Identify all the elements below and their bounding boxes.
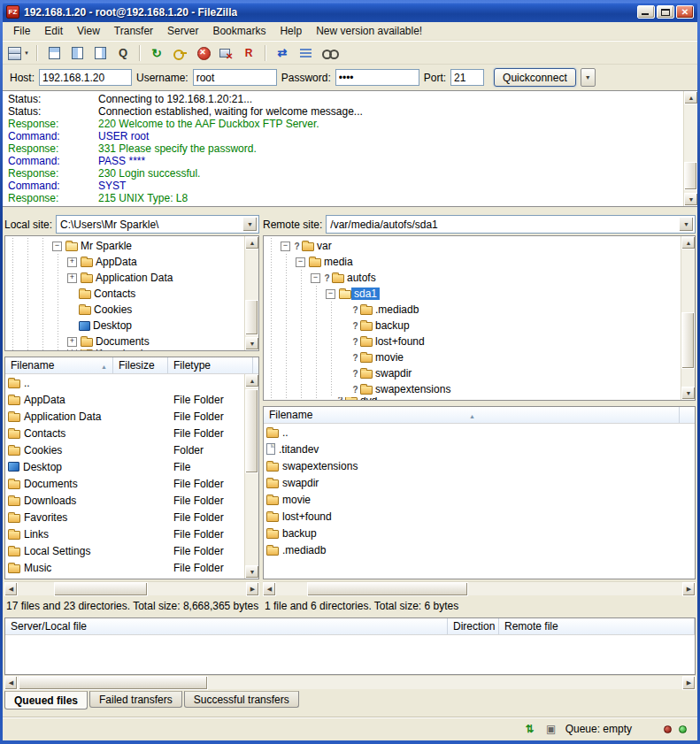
collapse-icon[interactable]: − — [296, 257, 305, 267]
local-site-combo[interactable]: C:\Users\Mr Sparkle\ — [56, 215, 259, 234]
toggle-local-tree-button[interactable] — [66, 43, 88, 63]
remote-tree-panel[interactable]: −?var−media−?autofs−sda1?.mediadb?backup… — [263, 235, 696, 401]
toggle-remote-tree-button[interactable] — [89, 43, 111, 63]
scroll-up-icon[interactable] — [245, 236, 259, 249]
file-row-parent-directory[interactable]: .. — [264, 424, 695, 441]
disconnect-button[interactable] — [215, 43, 236, 63]
file-row-links[interactable]: LinksFile Folder — [5, 525, 258, 542]
remote-tree-scrollbar-thumb[interactable] — [681, 312, 695, 369]
transfer-queue-panel[interactable]: Server/Local fileDirectionRemote file — [4, 617, 696, 675]
file-row-movie[interactable]: movie — [264, 491, 695, 508]
title-bar[interactable]: 192.168.1.20 - root@192.168.1.20 - FileZ… — [3, 2, 697, 22]
file-row-local-settings[interactable]: Local SettingsFile Folder — [5, 542, 258, 559]
close-button[interactable] — [676, 5, 694, 19]
menu-item-transfer[interactable]: Transfer — [107, 22, 160, 40]
file-row-swapdir[interactable]: swapdir — [264, 474, 695, 491]
file-row-backup[interactable]: backup — [264, 525, 695, 541]
local-file-list[interactable]: FilenameFilesizeFiletype ..AppDataFile F… — [4, 357, 259, 579]
tree-item-autofs[interactable]: −?autofs — [264, 270, 695, 286]
collapse-icon[interactable]: − — [281, 242, 290, 251]
scroll-down-icon[interactable] — [684, 193, 697, 206]
remote-hscrollbar[interactable] — [263, 581, 696, 595]
scroll-down-icon[interactable] — [245, 565, 259, 579]
local-list-scrollbar[interactable] — [244, 374, 258, 579]
tab-failed-transfers[interactable]: Failed transfers — [89, 691, 182, 708]
scroll-left-icon[interactable] — [263, 582, 276, 596]
column-header-filesize[interactable]: Filesize — [113, 357, 168, 373]
tree-item-swapdir[interactable]: ?swapdir — [264, 365, 695, 381]
scroll-right-icon[interactable] — [682, 676, 696, 690]
file-row-favorites[interactable]: FavoritesFile Folder — [5, 509, 258, 525]
password-input[interactable] — [335, 69, 419, 86]
directory-comparison-button[interactable] — [272, 43, 293, 63]
tree-item-mr-sparkle[interactable]: −Mr Sparkle — [5, 238, 258, 254]
quickconnect-dropdown-button[interactable] — [581, 68, 596, 87]
file-row-titandev[interactable]: .titandev — [264, 441, 695, 457]
tree-item-movie[interactable]: ?movie — [264, 349, 695, 365]
tree-item-desktop[interactable]: Desktop — [5, 318, 258, 334]
remote-hscrollbar-thumb[interactable] — [307, 582, 468, 596]
column-header-remote-file[interactable]: Remote file — [499, 618, 695, 634]
file-row-contacts[interactable]: ContactsFile Folder — [5, 425, 258, 441]
site-manager-button[interactable] — [7, 43, 31, 63]
tree-item-cookies[interactable]: Cookies — [5, 302, 258, 318]
scroll-up-icon[interactable] — [681, 236, 696, 249]
tree-item-application-data[interactable]: +Application Data — [5, 270, 258, 286]
scroll-down-icon[interactable] — [681, 387, 696, 400]
log-scrollbar[interactable] — [683, 91, 697, 206]
collapse-icon[interactable]: − — [311, 273, 320, 283]
scroll-left-icon[interactable] — [4, 582, 18, 596]
file-row-lost-found[interactable]: lost+found — [264, 508, 695, 525]
local-hscrollbar[interactable] — [4, 581, 259, 595]
collapse-icon[interactable]: − — [326, 289, 335, 299]
tree-item-media[interactable]: −media — [264, 254, 695, 270]
column-header-direction[interactable]: Direction — [448, 618, 499, 634]
queue-hscrollbar-thumb[interactable] — [19, 676, 208, 690]
tree-item-downloads[interactable]: +Downloads — [5, 349, 258, 351]
maximize-button[interactable] — [657, 5, 674, 19]
menu-item-file[interactable]: File — [6, 22, 37, 40]
tree-item-backup[interactable]: ?backup — [264, 318, 695, 334]
menu-item-server[interactable]: Server — [160, 22, 205, 40]
menu-item-edit[interactable]: Edit — [37, 22, 70, 40]
key-button[interactable] — [169, 43, 190, 63]
remote-site-dropdown-icon[interactable] — [679, 217, 694, 232]
tree-item-swapextensions[interactable]: ?swapextensions — [264, 381, 695, 397]
toolbar-dropdown-icon[interactable] — [22, 43, 31, 63]
file-row-appdata[interactable]: AppDataFile Folder — [5, 391, 258, 408]
host-input[interactable] — [39, 69, 132, 86]
local-hscrollbar-thumb[interactable] — [54, 582, 148, 596]
tab-successful-transfers[interactable]: Successful transfers — [184, 691, 299, 708]
tree-item-lost-found[interactable]: ?lost+found — [264, 334, 695, 349]
remote-site-combo[interactable]: /var/media/autofs/sda1 — [326, 215, 696, 234]
collapse-icon[interactable]: − — [52, 242, 62, 251]
scroll-up-icon[interactable] — [245, 374, 259, 387]
quickconnect-button[interactable]: Quickconnect — [494, 68, 576, 87]
local-site-dropdown-icon[interactable] — [242, 217, 258, 232]
file-row-documents[interactable]: DocumentsFile Folder — [5, 475, 258, 492]
menu-item-help[interactable]: Help — [273, 22, 309, 40]
synchronized-browsing-button[interactable] — [295, 43, 316, 63]
tree-item-dvd[interactable]: ?dvd — [264, 397, 695, 401]
menu-item-bookmarks[interactable]: Bookmarks — [205, 22, 273, 40]
file-row-desktop[interactable]: DesktopFile — [5, 458, 258, 475]
file-row-swapextensions[interactable]: swapextensions — [264, 457, 695, 474]
refresh-button[interactable] — [146, 43, 167, 63]
column-header-server-local-file[interactable]: Server/Local file — [5, 618, 448, 634]
expand-icon[interactable]: + — [67, 273, 77, 283]
local-tree-scrollbar[interactable] — [244, 236, 258, 350]
file-row-application-data[interactable]: Application DataFile Folder — [5, 408, 258, 425]
file-row-cookies[interactable]: CookiesFolder — [5, 441, 258, 458]
scroll-right-icon[interactable] — [682, 582, 696, 596]
tree-item-contacts[interactable]: Contacts — [5, 286, 258, 302]
cancel-button[interactable] — [192, 43, 213, 63]
column-header-filename[interactable]: Filename — [264, 407, 680, 423]
local-list-scrollbar-thumb[interactable] — [245, 389, 258, 473]
remote-tree-scrollbar[interactable] — [681, 236, 695, 400]
toggle-message-log-button[interactable] — [43, 43, 65, 63]
menu-item-view[interactable]: View — [70, 22, 107, 40]
column-header-filetype[interactable]: Filetype — [168, 357, 253, 373]
file-row-downloads[interactable]: DownloadsFile Folder — [5, 492, 258, 509]
local-tree-panel[interactable]: −Mr Sparkle+AppData+Application DataCont… — [4, 235, 259, 351]
file-row-mediadb[interactable]: .mediadb — [264, 541, 695, 558]
